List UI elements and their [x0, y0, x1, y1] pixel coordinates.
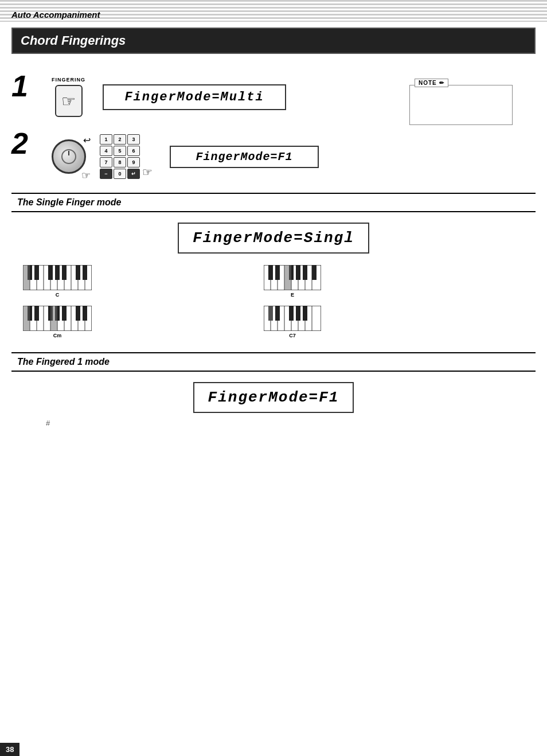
piano-svg-3	[23, 306, 92, 331]
main-content: 1 FINGERING ☞ FingerMode=Multi 2	[0, 71, 547, 427]
svg-rect-15	[55, 265, 60, 280]
svg-rect-50	[76, 306, 80, 321]
svg-rect-53	[50, 306, 57, 331]
fingered1-lcd: FingerMode=F1	[193, 382, 354, 413]
svg-rect-31	[296, 265, 300, 280]
numpad-key-3[interactable]: 3	[127, 134, 140, 145]
numpad-key-6[interactable]: 6	[127, 146, 140, 156]
hand-press-icon[interactable]: ☞	[55, 85, 83, 117]
step2-icons: ↩ ☞ 1 2 3 4 5 6 7 8 9 −	[52, 134, 153, 179]
step1-number: 1	[11, 71, 40, 101]
piano-4-label: C7	[289, 333, 296, 338]
piano-svg-2	[264, 265, 321, 290]
numpad-key-1[interactable]: 1	[100, 134, 112, 145]
numpad-key-5[interactable]: 5	[114, 146, 126, 156]
svg-rect-65	[296, 306, 300, 321]
svg-rect-66	[303, 306, 307, 321]
step2-section: 2 ↩ ☞ 1	[11, 128, 536, 179]
chord-fingerings-banner: Chord Fingerings	[11, 28, 536, 54]
piano-row-2: Cm	[23, 306, 524, 338]
single-finger-header: The Single Finger mode	[11, 193, 536, 212]
fingering-icon-label: FINGERING	[52, 77, 85, 83]
piano-3: Cm	[23, 306, 92, 338]
piano-svg-4	[264, 306, 321, 331]
svg-rect-46	[34, 306, 39, 321]
step1-section: 1 FINGERING ☞ FingerMode=Multi	[11, 71, 536, 117]
svg-rect-67	[268, 306, 273, 321]
fingered1-header: The Fingered 1 mode	[11, 352, 536, 372]
top-header-stripes: Auto Accompaniment	[0, 0, 547, 22]
page-number: 38	[0, 743, 19, 756]
step1-lcd: FingerMode=Multi	[103, 84, 286, 110]
svg-rect-33	[312, 265, 317, 280]
fingering-button-icon: FINGERING ☞	[52, 77, 85, 117]
step2-content: ↩ ☞ 1 2 3 4 5 6 7 8 9 −	[52, 128, 536, 179]
piano-3-label: Cm	[53, 333, 62, 338]
hand-cursor-icon: ☞	[81, 169, 91, 182]
numpad-key-8[interactable]: 8	[114, 157, 126, 167]
numpad-key-2[interactable]: 2	[114, 134, 126, 145]
single-finger-section: The Single Finger mode FingerMode=Singl	[11, 193, 536, 338]
piano-2-label: E	[291, 292, 294, 298]
numpad-key-enter[interactable]: ↵	[127, 169, 140, 179]
fingered1-section: The Fingered 1 mode FingerMode=F1 #	[11, 352, 536, 427]
numpad-key-4[interactable]: 4	[100, 146, 112, 156]
dial-knob-icon[interactable]	[52, 139, 86, 174]
header-title: Auto Accompaniment	[11, 10, 100, 20]
svg-rect-28	[268, 265, 273, 280]
dial-svg	[60, 148, 77, 165]
svg-rect-63	[275, 306, 280, 321]
piano-2: E	[264, 265, 321, 298]
numpad-grid: 1 2 3 4 5 6 7 8 9 − 0 ↵	[100, 134, 140, 179]
step1-content: FINGERING ☞ FingerMode=Multi	[52, 71, 536, 117]
dial-arrow-icon: ↩	[83, 135, 91, 146]
dial-container: ↩ ☞	[52, 139, 86, 174]
svg-rect-13	[34, 265, 39, 280]
chord-fingerings-title: Chord Fingerings	[21, 33, 126, 48]
svg-rect-64	[289, 306, 294, 321]
svg-rect-16	[62, 265, 67, 280]
numpad-container: 1 2 3 4 5 6 7 8 9 − 0 ↵	[100, 134, 140, 179]
numpad-key-0[interactable]: 0	[114, 169, 126, 179]
numpad-key-9[interactable]: 9	[127, 157, 140, 167]
svg-rect-32	[303, 265, 307, 280]
step2-lcd: FingerMode=F1	[170, 146, 319, 168]
piano-1: C	[23, 265, 92, 298]
svg-rect-29	[275, 265, 280, 280]
svg-rect-14	[48, 265, 53, 280]
fingered1-lcd-container: FingerMode=F1	[11, 382, 536, 413]
single-finger-lcd-container: FingerMode=Singl	[11, 223, 536, 254]
hash-symbol: #	[46, 419, 536, 427]
svg-rect-19	[23, 265, 30, 290]
step2-number: 2	[11, 128, 40, 158]
single-finger-lcd: FingerMode=Singl	[178, 223, 369, 254]
svg-rect-18	[83, 265, 87, 280]
piano-row-1: C	[23, 265, 524, 298]
numpad-key-minus[interactable]: −	[100, 169, 112, 179]
piano-diagrams-section: C	[23, 265, 524, 338]
svg-rect-34	[284, 265, 291, 290]
svg-rect-52	[23, 306, 30, 331]
svg-rect-49	[62, 306, 67, 321]
piano-1-label: C	[56, 292, 60, 298]
svg-rect-17	[76, 265, 80, 280]
cursor-hand-icon: ☞	[142, 165, 153, 179]
piano-4: C7	[264, 306, 321, 338]
piano-svg-1	[23, 265, 92, 290]
svg-rect-51	[83, 306, 87, 321]
numpad-key-7[interactable]: 7	[100, 157, 112, 167]
